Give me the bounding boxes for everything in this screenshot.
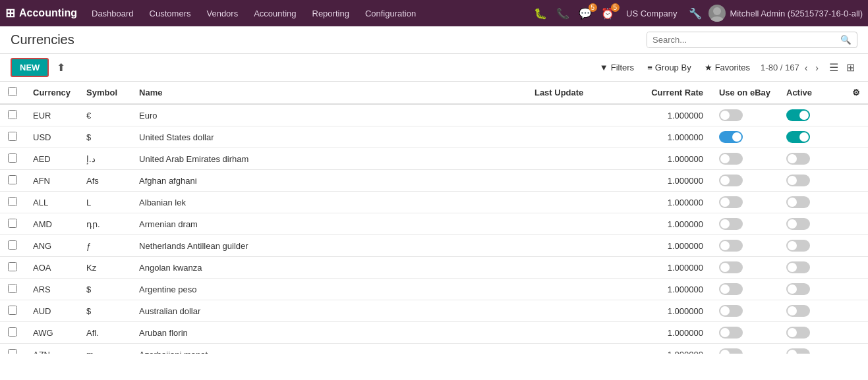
row-checkbox-2[interactable] xyxy=(8,153,17,163)
cell-ebay[interactable] xyxy=(711,279,778,300)
cell-active[interactable] xyxy=(778,344,844,354)
ebay-toggle[interactable] xyxy=(719,327,743,339)
cell-ebay[interactable] xyxy=(711,126,778,148)
cell-ebay[interactable] xyxy=(711,322,778,344)
filters-button[interactable]: ▼ Filters xyxy=(594,60,639,75)
row-checkbox-10[interactable] xyxy=(8,327,17,337)
active-toggle[interactable] xyxy=(786,218,810,230)
ebay-toggle[interactable] xyxy=(719,305,743,317)
settings-icon[interactable]: 🔧 xyxy=(686,5,705,22)
col-header-name[interactable]: Name xyxy=(131,82,527,104)
phone-icon[interactable]: 📞 xyxy=(554,5,572,22)
col-header-lastupdate[interactable]: Last Update xyxy=(527,82,632,104)
groupby-button[interactable]: ≡ Group By xyxy=(642,60,697,75)
ebay-toggle[interactable] xyxy=(719,109,743,121)
col-header-rate[interactable]: Current Rate xyxy=(632,82,711,104)
active-toggle[interactable] xyxy=(786,305,810,317)
ebay-toggle[interactable] xyxy=(719,261,743,273)
favorites-button[interactable]: ★ Favorites xyxy=(699,60,755,75)
user-menu[interactable]: Mitchell Admin (52515737-16-0-all) xyxy=(709,5,863,22)
cell-active[interactable] xyxy=(778,235,844,257)
row-checkbox-5[interactable] xyxy=(8,219,17,228)
row-checkbox-8[interactable] xyxy=(8,284,17,293)
nav-configuration[interactable]: Configuration xyxy=(357,0,424,26)
app-name: Accounting xyxy=(19,7,77,19)
ebay-toggle[interactable] xyxy=(719,175,743,186)
table-row: ALLLAlbanian lek1.000000 xyxy=(0,192,868,213)
ebay-toggle[interactable] xyxy=(719,196,743,208)
app-logo[interactable]: ⊞ Accounting xyxy=(5,6,77,20)
cell-ebay[interactable] xyxy=(711,235,778,257)
search-button[interactable]: 🔍 xyxy=(835,32,857,47)
nav-customers[interactable]: Customers xyxy=(142,0,199,26)
active-toggle[interactable] xyxy=(786,196,810,208)
active-toggle[interactable] xyxy=(786,261,810,273)
select-all-checkbox[interactable] xyxy=(8,87,17,96)
col-header-ebay[interactable]: Use on eBay xyxy=(711,82,778,104)
cell-active[interactable] xyxy=(778,279,844,300)
cell-ebay[interactable] xyxy=(711,257,778,279)
prev-page-button[interactable]: ‹ xyxy=(802,61,811,74)
ebay-toggle[interactable] xyxy=(719,283,743,295)
col-header-symbol[interactable]: Symbol xyxy=(78,82,131,104)
row-checkbox-0[interactable] xyxy=(8,110,17,119)
activity-badge: 5 xyxy=(611,3,620,12)
row-checkbox-4[interactable] xyxy=(8,197,17,206)
groupby-icon: ≡ xyxy=(647,63,652,72)
row-checkbox-3[interactable] xyxy=(8,175,17,184)
ebay-toggle[interactable] xyxy=(719,153,743,165)
list-view-button[interactable]: ☰ xyxy=(826,59,841,76)
active-toggle[interactable] xyxy=(786,109,810,121)
ebay-toggle[interactable] xyxy=(719,218,743,230)
cell-ebay[interactable] xyxy=(711,213,778,235)
cell-active[interactable] xyxy=(778,322,844,344)
cell-active[interactable] xyxy=(778,126,844,148)
col-header-settings[interactable]: ⚙ xyxy=(844,82,868,104)
cell-settings xyxy=(844,344,868,354)
next-page-button[interactable]: › xyxy=(813,61,821,74)
ebay-toggle[interactable] xyxy=(719,240,743,252)
nav-accounting[interactable]: Accounting xyxy=(246,0,304,26)
row-checkbox-1[interactable] xyxy=(8,132,17,141)
cell-active[interactable] xyxy=(778,257,844,279)
kanban-view-button[interactable]: ⊞ xyxy=(844,59,857,76)
col-header-active[interactable]: Active xyxy=(778,82,844,104)
active-toggle[interactable] xyxy=(786,327,810,339)
new-button[interactable]: NEW xyxy=(11,58,49,77)
search-input[interactable] xyxy=(647,32,835,47)
cell-active[interactable] xyxy=(778,148,844,170)
nav-vendors[interactable]: Vendors xyxy=(198,0,246,26)
cell-ebay[interactable] xyxy=(711,170,778,192)
upload-button[interactable]: ⬆ xyxy=(54,59,68,76)
cell-ebay[interactable] xyxy=(711,192,778,213)
row-checkbox-9[interactable] xyxy=(8,306,17,315)
row-checkbox-7[interactable] xyxy=(8,262,17,271)
cell-ebay[interactable] xyxy=(711,104,778,126)
cell-active[interactable] xyxy=(778,192,844,213)
activity-icon[interactable]: ⏰ 5 xyxy=(598,5,617,22)
active-toggle[interactable] xyxy=(786,131,810,143)
table-row: ARS$Argentine peso1.000000 xyxy=(0,279,868,300)
active-toggle[interactable] xyxy=(786,348,810,354)
cell-ebay[interactable] xyxy=(711,344,778,354)
row-checkbox-6[interactable] xyxy=(8,240,17,250)
cell-active[interactable] xyxy=(778,170,844,192)
cell-settings xyxy=(844,300,868,322)
ebay-toggle[interactable] xyxy=(719,348,743,354)
active-toggle[interactable] xyxy=(786,175,810,186)
col-header-currency[interactable]: Currency xyxy=(25,82,78,104)
cell-ebay[interactable] xyxy=(711,148,778,170)
active-toggle[interactable] xyxy=(786,283,810,295)
bug-icon[interactable]: 🐛 xyxy=(531,5,550,22)
cell-active[interactable] xyxy=(778,104,844,126)
cell-ebay[interactable] xyxy=(711,300,778,322)
nav-reporting[interactable]: Reporting xyxy=(304,0,357,26)
row-checkbox-11[interactable] xyxy=(8,349,17,354)
nav-dashboard[interactable]: Dashboard xyxy=(84,0,142,26)
ebay-toggle[interactable] xyxy=(719,131,743,143)
active-toggle[interactable] xyxy=(786,153,810,165)
cell-active[interactable] xyxy=(778,213,844,235)
active-toggle[interactable] xyxy=(786,240,810,252)
chat-icon[interactable]: 💬 5 xyxy=(576,5,594,22)
cell-active[interactable] xyxy=(778,300,844,322)
